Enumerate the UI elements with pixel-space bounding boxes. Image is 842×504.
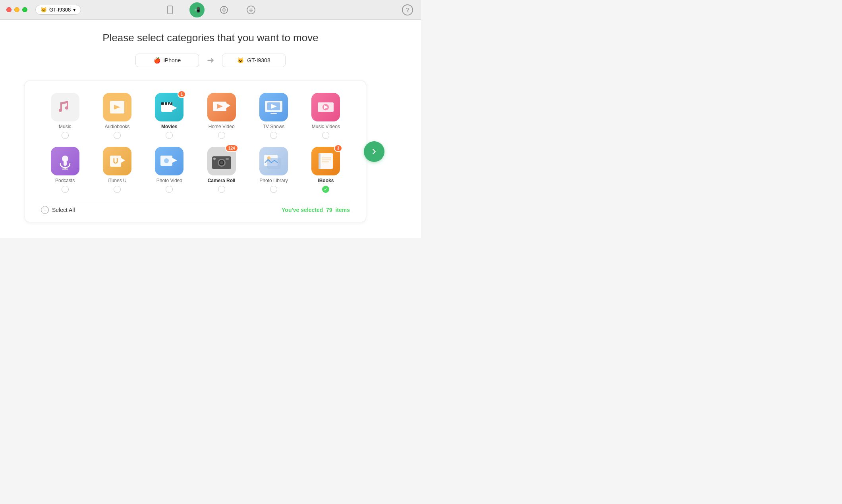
svg-point-56 — [267, 156, 270, 160]
selected-count-display: You've selected 79 items — [282, 207, 350, 213]
device-transfer-row: 🍎 iPhone ➜ 🐱 GT-I9308 — [135, 54, 286, 67]
cameraroll-icon-wrap: 124 — [207, 147, 236, 175]
category-itunesu[interactable]: U iTunes U — [93, 147, 141, 193]
cameraroll-badge: 124 — [225, 144, 238, 152]
device-icon: 🐱 — [41, 7, 47, 13]
photolibrary-label: Photo Library — [259, 178, 288, 183]
select-all-label: Select All — [52, 207, 75, 213]
category-musicvideos[interactable]: Music Videos — [302, 93, 350, 139]
photolibrary-icon-wrap — [259, 147, 288, 175]
movies-label: Movies — [161, 124, 178, 129]
device-selector[interactable]: 🐱 GT-I9308 ▾ — [35, 5, 81, 15]
svg-point-44 — [164, 158, 169, 163]
svg-point-34 — [62, 156, 68, 162]
music-radio[interactable] — [62, 132, 69, 139]
content-area: Music Audiobooks 1Movies Home Video — [25, 77, 396, 226]
tvshows-icon-wrap — [259, 93, 288, 121]
musicvideos-label: Music Videos — [312, 124, 340, 129]
audiobooks-icon-wrap — [103, 93, 131, 121]
homevideo-label: Home Video — [209, 124, 235, 129]
next-button[interactable] — [364, 141, 384, 162]
ibooks-badge: 3 — [334, 144, 343, 152]
musicvideos-radio[interactable] — [322, 132, 329, 139]
category-photovideo[interactable]: Photo Video — [145, 147, 193, 193]
category-photolibrary[interactable]: Photo Library — [249, 147, 297, 193]
svg-point-50 — [220, 161, 223, 164]
category-audiobooks[interactable]: Audiobooks — [93, 93, 141, 139]
apple-icon: 🍎 — [154, 57, 160, 63]
photovideo-icon-wrap — [155, 147, 183, 175]
select-all-icon: − — [41, 206, 49, 214]
svg-text:U: U — [113, 157, 118, 165]
photovideo-radio[interactable] — [166, 186, 173, 193]
movies-radio[interactable] — [166, 132, 173, 139]
podcasts-icon-wrap — [51, 147, 79, 175]
traffic-lights — [6, 7, 27, 12]
tvshows-label: TV Shows — [263, 124, 285, 129]
category-podcasts[interactable]: Podcasts — [41, 147, 89, 193]
help-button[interactable]: ? — [402, 4, 413, 15]
source-device-label: iPhone — [164, 57, 181, 63]
itunesu-icon-wrap: U — [103, 147, 131, 175]
category-ibooks[interactable]: 3iBooks — [302, 147, 350, 193]
itunesu-radio[interactable] — [114, 186, 121, 193]
photovideo-label: Photo Video — [156, 178, 182, 183]
selected-unit: items — [335, 207, 350, 213]
svg-rect-0 — [168, 6, 172, 14]
target-device-label: GT-I9308 — [247, 57, 270, 63]
ibooks-icon-wrap: 3 — [311, 147, 340, 175]
music-label: Music — [59, 124, 71, 129]
selected-number: 79 — [326, 207, 332, 213]
source-device-box: 🍎 iPhone — [135, 54, 199, 67]
cameraroll-label: Camera Roll — [208, 178, 236, 183]
categories-container: Music Audiobooks 1Movies Home Video — [25, 81, 366, 222]
selected-text: You've selected — [282, 207, 323, 213]
tvshows-radio[interactable] — [270, 132, 277, 139]
category-homevideo[interactable]: Home Video — [197, 93, 245, 139]
transfer-arrow: ➜ — [207, 55, 214, 65]
transfer-icon-btn[interactable]: 📲 — [189, 2, 205, 17]
homevideo-icon-wrap — [207, 93, 236, 121]
phone-icon-btn[interactable] — [162, 2, 178, 17]
photolibrary-radio[interactable] — [270, 186, 277, 193]
minimize-button[interactable] — [14, 7, 19, 12]
cameraroll-radio[interactable] — [218, 186, 225, 193]
category-movies[interactable]: 1Movies — [145, 93, 193, 139]
select-all-button[interactable]: − Select All — [41, 206, 75, 214]
svg-point-5 — [223, 9, 225, 11]
toolbar: 📲 — [162, 2, 259, 17]
svg-point-52 — [213, 158, 216, 160]
musicvideos-icon-wrap — [311, 93, 340, 121]
device-selector-label: GT-I9308 — [49, 7, 71, 13]
target-device-box: 🐱 GT-I9308 — [222, 54, 286, 67]
svg-rect-35 — [64, 161, 67, 166]
svg-rect-14 — [161, 104, 172, 112]
bottom-bar: − Select All You've selected 79 items — [41, 201, 350, 214]
category-tvshows[interactable]: TV Shows — [249, 93, 297, 139]
podcasts-label: Podcasts — [55, 178, 75, 183]
audiobooks-radio[interactable] — [114, 132, 121, 139]
audiobooks-label: Audiobooks — [105, 124, 130, 129]
svg-rect-59 — [319, 153, 321, 169]
category-cameraroll[interactable]: 124Camera Roll — [197, 147, 245, 193]
svg-rect-58 — [319, 153, 333, 169]
movies-badge: 1 — [178, 90, 186, 98]
itunesu-label: iTunes U — [108, 178, 127, 183]
music-icon-btn[interactable] — [216, 2, 232, 17]
category-music[interactable]: Music — [41, 93, 89, 139]
download-icon-btn[interactable] — [243, 2, 259, 17]
svg-rect-51 — [226, 158, 229, 160]
page-title: Please select categories that you want t… — [102, 32, 318, 44]
svg-rect-55 — [267, 158, 281, 169]
ibooks-radio[interactable] — [322, 186, 329, 193]
close-button[interactable] — [6, 7, 12, 12]
titlebar: 🐱 GT-I9308 ▾ 📲 — [0, 0, 421, 20]
podcasts-radio[interactable] — [62, 186, 69, 193]
svg-rect-28 — [270, 113, 277, 114]
svg-text:📲: 📲 — [194, 6, 200, 12]
maximize-button[interactable] — [22, 7, 27, 12]
music-icon-wrap — [51, 93, 79, 121]
homevideo-radio[interactable] — [218, 132, 225, 139]
movies-icon-wrap: 1 — [155, 93, 183, 121]
svg-rect-10 — [51, 93, 79, 121]
